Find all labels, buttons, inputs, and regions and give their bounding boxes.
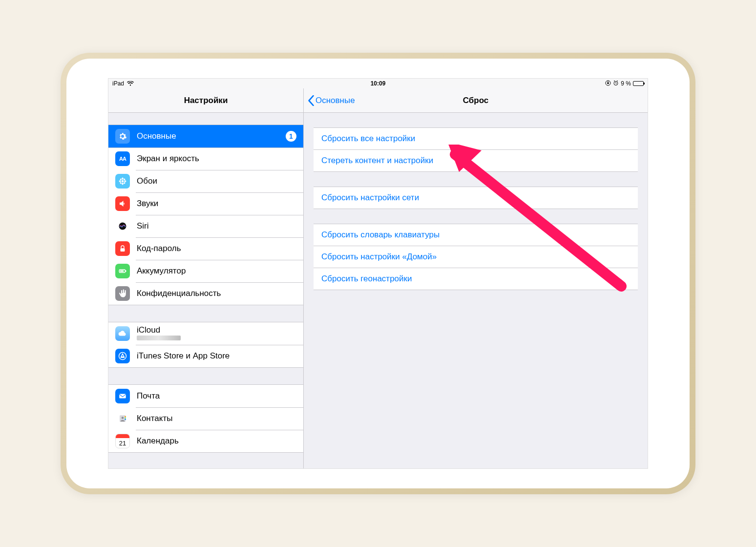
speaker-icon xyxy=(115,196,130,211)
settings-sidebar: Настройки Основные1AAЭкран и яркостьОбои… xyxy=(108,88,304,468)
svg-rect-21 xyxy=(125,416,126,417)
battery-icon xyxy=(633,81,644,86)
detail-title: Сброс xyxy=(463,96,489,105)
back-button[interactable]: Основные xyxy=(308,88,355,112)
sidebar-item-label: Экран и яркость xyxy=(137,154,296,164)
detail-nav: Основные Сброс xyxy=(304,88,648,113)
siri-icon xyxy=(115,219,130,233)
svg-point-20 xyxy=(122,417,124,419)
contacts-icon xyxy=(115,411,130,426)
sidebar-item-display[interactable]: AAЭкран и яркость xyxy=(108,147,303,170)
reset-option-reset-location[interactable]: Сбросить геонастройки xyxy=(314,268,638,290)
sidebar-item-label: iCloud xyxy=(137,325,296,335)
ipad-frame: iPad 10:09 9 % xyxy=(61,53,695,494)
reset-option-reset-all-settings[interactable]: Сбросить все настройки xyxy=(314,128,638,149)
sidebar-item-label: Календарь xyxy=(137,436,296,446)
battery-percent: 9 % xyxy=(621,80,631,87)
sidebar-item-passcode[interactable]: Код-пароль xyxy=(108,237,303,260)
icloud-account-blurred xyxy=(137,335,296,342)
svg-rect-1 xyxy=(608,83,609,84)
sidebar-item-siri[interactable]: Siri xyxy=(108,215,303,237)
back-label: Основные xyxy=(315,96,355,105)
svg-point-11 xyxy=(123,182,126,184)
svg-rect-22 xyxy=(125,418,126,419)
sidebar-item-battery[interactable]: Аккумулятор xyxy=(108,260,303,282)
battery-icon xyxy=(115,264,130,278)
sidebar-item-label: Конфиденциальность xyxy=(137,289,296,298)
svg-point-10 xyxy=(120,182,122,184)
sidebar-item-mail[interactable]: Почта xyxy=(108,385,303,407)
sidebar-item-label: Контакты xyxy=(137,414,296,423)
alarm-icon xyxy=(613,80,619,87)
appstore-icon xyxy=(115,349,130,363)
status-bar: iPad 10:09 9 % xyxy=(108,79,648,88)
svg-point-9 xyxy=(123,178,126,181)
reset-option-reset-network[interactable]: Сбросить настройки сети xyxy=(314,187,638,209)
sidebar-item-privacy[interactable]: Конфиденциальность xyxy=(108,282,303,305)
mail-icon xyxy=(115,389,130,403)
svg-point-7 xyxy=(124,180,126,182)
sidebar-item-icloud[interactable]: iCloud xyxy=(108,322,303,345)
reset-option-erase-content[interactable]: Стереть контент и настройки xyxy=(314,149,638,171)
hand-icon xyxy=(115,286,130,301)
cloud-icon xyxy=(115,326,130,341)
sidebar-item-label: Код-пароль xyxy=(137,244,296,253)
svg-rect-18 xyxy=(119,394,126,399)
sidebar-item-label: Обои xyxy=(137,176,296,186)
svg-rect-13 xyxy=(121,248,125,252)
sidebar-item-label: Основные xyxy=(137,131,279,141)
sidebar-item-label: Siri xyxy=(137,221,296,231)
flower-icon xyxy=(115,174,130,189)
sidebar-item-label: Почта xyxy=(137,391,296,401)
sidebar-item-calendar[interactable]: 21Календарь xyxy=(108,430,303,452)
svg-point-4 xyxy=(122,178,123,180)
device-label: iPad xyxy=(112,80,124,87)
reset-option-reset-keyboard[interactable]: Сбросить словарь клавиатуры xyxy=(314,224,638,246)
svg-point-8 xyxy=(120,178,122,181)
sidebar-nav: Настройки xyxy=(108,88,303,113)
wifi-icon xyxy=(127,81,134,86)
sidebar-item-store[interactable]: iTunes Store и App Store xyxy=(108,345,303,367)
detail-pane: Основные Сброс Сбросить все настройкиСте… xyxy=(304,88,648,468)
svg-rect-16 xyxy=(120,271,124,272)
lock-icon xyxy=(115,241,130,256)
sidebar-item-label: iTunes Store и App Store xyxy=(137,351,296,361)
sidebar-item-contacts[interactable]: Контакты xyxy=(108,407,303,430)
calendar-icon: 21 xyxy=(115,434,130,448)
sidebar-item-label: Звуки xyxy=(137,199,296,209)
sidebar-item-general[interactable]: Основные1 xyxy=(108,125,303,147)
svg-point-5 xyxy=(122,183,123,185)
orientation-lock-icon xyxy=(605,80,611,87)
gear-icon xyxy=(115,129,130,144)
reset-option-reset-home[interactable]: Сбросить настройки «Домой» xyxy=(314,246,638,268)
text-size-icon: AA xyxy=(115,151,130,166)
sidebar-item-wallpaper[interactable]: Обои xyxy=(108,170,303,192)
sidebar-badge: 1 xyxy=(286,131,296,142)
screen: iPad 10:09 9 % xyxy=(108,78,648,469)
sidebar-title: Настройки xyxy=(184,96,228,105)
svg-rect-15 xyxy=(126,271,126,272)
svg-rect-23 xyxy=(125,419,126,420)
svg-point-3 xyxy=(122,180,124,183)
sidebar-item-sounds[interactable]: Звуки xyxy=(108,192,303,215)
status-time: 10:09 xyxy=(371,80,386,87)
svg-point-6 xyxy=(119,180,122,182)
sidebar-item-label: Аккумулятор xyxy=(137,266,296,276)
